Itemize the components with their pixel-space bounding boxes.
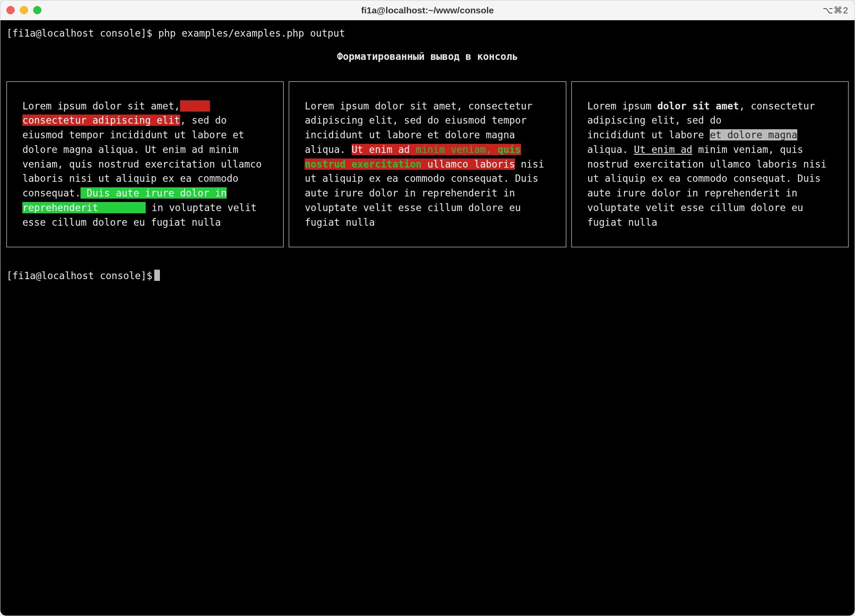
plain-text: aliqua. bbox=[587, 144, 634, 155]
highlight-red-text: consectetur adipiscing elit bbox=[22, 115, 180, 126]
traffic-lights bbox=[6, 6, 41, 14]
terminal-window: fi1a@localhost:~/www/console ⌥⌘2 [fi1a@l… bbox=[0, 0, 855, 616]
plain-text: , sed do eiusmod tempor incididunt ut la… bbox=[22, 115, 262, 199]
prompt-prefix: [fi1a@localhost console]$ bbox=[6, 28, 158, 39]
panel-3-text: Lorem ipsum dolor sit amet, consectetur … bbox=[587, 99, 833, 230]
window-shortcut: ⌥⌘2 bbox=[823, 5, 849, 16]
underline-text: Ut enim ad bbox=[634, 144, 692, 155]
prompt-line-1: [fi1a@localhost console]$ php examples/e… bbox=[6, 26, 849, 41]
panel-1: Lorem ipsum dolor sit amet, consectetur … bbox=[6, 81, 284, 248]
plain-text: incididunt ut labore bbox=[587, 129, 710, 140]
terminal-body[interactable]: [fi1a@localhost console]$ php examples/e… bbox=[0, 20, 855, 616]
window-title: fi1a@localhost:~/www/console bbox=[0, 5, 855, 16]
minimize-icon[interactable] bbox=[20, 6, 28, 14]
plain-text: minim veniam, quis nostrud exercitation … bbox=[587, 144, 827, 228]
prompt-line-2: [fi1a@localhost console]$ bbox=[6, 269, 849, 283]
maximize-icon[interactable] bbox=[33, 6, 41, 14]
highlight-red-green-text: minim veniam, bbox=[416, 144, 498, 155]
panels-row: Lorem ipsum dolor sit amet, consectetur … bbox=[6, 81, 849, 248]
plain-text: Lorem ipsum bbox=[587, 100, 658, 112]
prompt-command: php examples/examples.php output bbox=[158, 28, 345, 39]
panel-3: Lorem ipsum dolor sit amet, consectetur … bbox=[571, 81, 849, 248]
bold-text: dolor sit amet bbox=[657, 100, 739, 112]
cursor-icon bbox=[154, 270, 160, 281]
prompt-prefix: [fi1a@localhost console]$ bbox=[6, 270, 153, 281]
panel-2: Lorem ipsum dolor sit amet, consectetur … bbox=[289, 81, 566, 248]
highlight-green bbox=[98, 202, 146, 213]
panel-2-text: Lorem ipsum dolor sit amet, consectetur … bbox=[305, 99, 550, 230]
panel-1-text: Lorem ipsum dolor sit amet, consectetur … bbox=[22, 99, 268, 230]
highlight-red-text: ullamco laboris bbox=[421, 159, 515, 170]
highlight-red bbox=[180, 100, 210, 112]
plain-text: Lorem ipsum dolor sit amet, bbox=[22, 100, 180, 112]
titlebar: fi1a@localhost:~/www/console ⌥⌘2 bbox=[0, 0, 855, 20]
highlight-grey-text: et dolore magna bbox=[710, 129, 797, 140]
output-heading: Форматированный вывод в консоль bbox=[6, 50, 849, 64]
close-icon[interactable] bbox=[6, 6, 15, 14]
highlight-red-text: Ut enim ad bbox=[352, 144, 416, 155]
